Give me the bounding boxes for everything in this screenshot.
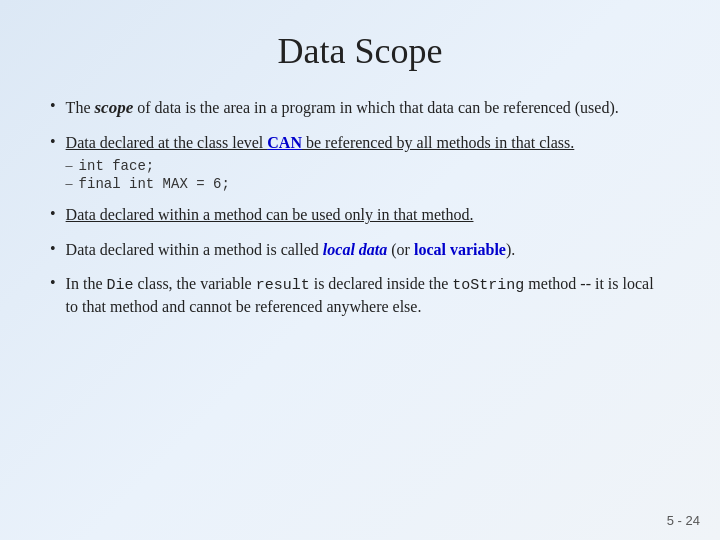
class-level-text: Data declared at the class level CAN be … <box>66 134 575 151</box>
local-variable-word: local variable <box>414 241 506 258</box>
sub-bullet-1: – int face; <box>66 158 575 174</box>
tostring-code: toString <box>452 277 524 294</box>
bullet-item-local-data: • Data declared within a method is calle… <box>50 239 670 261</box>
class-level-underline-text: Data declared at the class level CAN be … <box>66 134 575 151</box>
bullet-marker-4: • <box>50 240 56 258</box>
content-area: • The scope of data is the area in a pro… <box>50 96 670 510</box>
bullet-text-die-class: In the Die class, the variable result is… <box>66 273 670 318</box>
scope-word: scope <box>94 98 133 117</box>
sub-bullet-text-1: int face; <box>79 158 155 174</box>
bullet-marker-3: • <box>50 205 56 223</box>
bullet-item-scope: • The scope of data is the area in a pro… <box>50 96 670 120</box>
die-class-code: Die <box>106 277 133 294</box>
bullet-item-method-only: • Data declared within a method can be u… <box>50 204 670 226</box>
bullet-item-die-class: • In the Die class, the variable result … <box>50 273 670 318</box>
slide-container: Data Scope • The scope of data is the ar… <box>0 0 720 540</box>
sub-bullet-text-2: final int MAX = 6; <box>79 176 230 192</box>
local-data-word: local data <box>323 241 387 258</box>
bullet-text-method-only: Data declared within a method can be use… <box>66 204 474 226</box>
method-only-underline: Data declared within a method can be use… <box>66 206 474 223</box>
sub-dash-2: – <box>66 176 73 192</box>
bullet-text-class-level: Data declared at the class level CAN be … <box>66 132 575 192</box>
bullet-item-class-level: • Data declared at the class level CAN b… <box>50 132 670 192</box>
slide-number: 5 - 24 <box>667 513 700 528</box>
can-word: CAN <box>267 134 302 151</box>
result-code: result <box>256 277 310 294</box>
sub-bullet-2: – final int MAX = 6; <box>66 176 575 192</box>
bullet-marker-1: • <box>50 97 56 115</box>
bullet-marker-2: • <box>50 133 56 151</box>
bullet-text-scope: The scope of data is the area in a progr… <box>66 96 619 120</box>
slide-title: Data Scope <box>50 30 670 72</box>
bullet-marker-5: • <box>50 274 56 292</box>
bullet-text-local-data: Data declared within a method is called … <box>66 239 516 261</box>
sub-dash-1: – <box>66 158 73 174</box>
sub-bullets-list: – int face; – final int MAX = 6; <box>66 158 575 192</box>
